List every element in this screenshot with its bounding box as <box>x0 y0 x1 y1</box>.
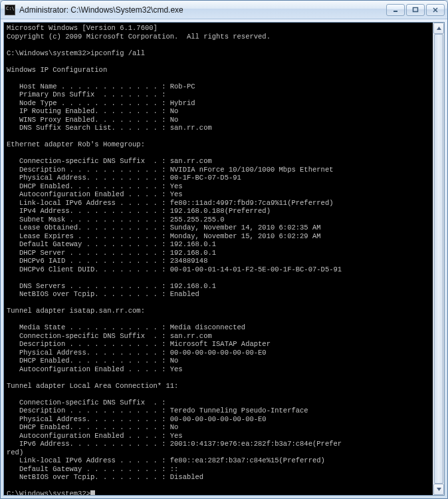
line: Subnet Mask . . . . . . . . . . . : 255.… <box>7 216 225 224</box>
line: NetBIOS over Tcpip. . . . . . . . : Enab… <box>7 290 199 298</box>
svg-rect-1 <box>413 7 418 11</box>
line: DNS Suffix Search List. . . . . . : san.… <box>7 124 212 132</box>
line: DNS Servers . . . . . . . . . . . : 192.… <box>7 282 216 290</box>
chevron-down-icon <box>437 488 441 491</box>
line: red) <box>7 448 23 456</box>
vertical-scrollbar[interactable] <box>433 23 444 495</box>
maximize-button[interactable] <box>406 4 425 16</box>
line: Copyright (c) 2009 Microsoft Corporation… <box>7 33 271 41</box>
line: Autoconfiguration Enabled . . . . : Yes <box>7 365 183 373</box>
scrollbar-track[interactable] <box>433 34 444 484</box>
console-area: Microsoft Windows [Version 6.1.7600] Cop… <box>3 22 445 496</box>
line: Autoconfiguration Enabled . . . . : Yes <box>7 190 183 198</box>
close-button[interactable] <box>426 4 445 16</box>
svg-marker-5 <box>437 488 441 491</box>
line: Node Type . . . . . . . . . . . . : Hybr… <box>7 99 195 107</box>
line: Description . . . . . . . . . . . : Tere… <box>7 407 308 415</box>
close-icon <box>432 7 439 13</box>
chevron-up-icon <box>437 27 441 30</box>
line: DHCP Enabled. . . . . . . . . . . : Yes <box>7 182 183 190</box>
line: WINS Proxy Enabled. . . . . . . . : No <box>7 116 178 124</box>
minimize-button[interactable] <box>386 4 405 16</box>
line: Physical Address. . . . . . . . . : 00-1… <box>7 174 241 182</box>
line: IPv4 Address. . . . . . . . . . . : 192.… <box>7 207 271 215</box>
line: DHCP Enabled. . . . . . . . . . . : No <box>7 357 178 365</box>
line: DHCP Enabled. . . . . . . . . . . : No <box>7 423 178 431</box>
cursor <box>90 490 95 495</box>
scrollbar-thumb[interactable] <box>434 34 443 484</box>
line: DHCP Server . . . . . . . . . . . : 192.… <box>7 249 216 257</box>
line: Default Gateway . . . . . . . . . : :: <box>7 465 178 473</box>
line: Connection-specific DNS Suffix . : san.r… <box>7 157 212 165</box>
prompt-line: C:\Windows\system32> <box>7 490 90 495</box>
window-controls <box>386 4 445 16</box>
line: Host Name . . . . . . . . . . . . : Rob-… <box>7 83 195 90</box>
line: Description . . . . . . . . . . . : NVID… <box>7 166 333 174</box>
line: Physical Address. . . . . . . . . : 00-0… <box>7 415 267 423</box>
line: Link-local IPv6 Address . . . . . : fe80… <box>7 456 325 464</box>
line: Media State . . . . . . . . . . . : Medi… <box>7 323 245 331</box>
minimize-icon <box>392 7 399 13</box>
line: DHCPv6 Client DUID. . . . . . . . : 00-0… <box>7 265 342 273</box>
maximize-icon <box>412 7 419 13</box>
line: Connection-specific DNS Suffix . : san.r… <box>7 332 212 340</box>
section-header: Ethernet adapter Rob's Homegroup: <box>7 140 145 148</box>
line: Primary Dns Suffix . . . . . . . : <box>7 90 166 98</box>
section-header: Windows IP Configuration <box>7 66 107 74</box>
scroll-up-button[interactable] <box>433 23 444 34</box>
window-title: Administrator: C:\Windows\System32\cmd.e… <box>19 5 386 15</box>
line: Description . . . . . . . . . . . : Micr… <box>7 340 271 348</box>
section-header: Tunnel adapter Local Area Connection* 11… <box>7 382 178 390</box>
line: IPv6 Address. . . . . . . . . . . : 2001… <box>7 440 342 448</box>
line: Autoconfiguration Enabled . . . . : Yes <box>7 432 183 440</box>
line: Lease Expires . . . . . . . . . . : Mond… <box>7 232 321 240</box>
cmd-window: Administrator: C:\Windows\System32\cmd.e… <box>0 0 448 499</box>
line: IP Routing Enabled. . . . . . . . : No <box>7 107 178 115</box>
titlebar[interactable]: Administrator: C:\Windows\System32\cmd.e… <box>1 1 447 19</box>
section-header: Tunnel adapter isatap.san.rr.com: <box>7 307 145 315</box>
line: Connection-specific DNS Suffix . : <box>7 399 166 407</box>
line: Physical Address. . . . . . . . . : 00-0… <box>7 349 267 357</box>
cmd-icon <box>5 5 15 15</box>
line: Link-local IPv6 Address . . . . . : fe80… <box>7 199 333 207</box>
line: NetBIOS over Tcpip. . . . . . . . : Disa… <box>7 473 203 481</box>
svg-marker-4 <box>437 27 441 30</box>
line: Microsoft Windows [Version 6.1.7600] <box>7 24 158 32</box>
console-output[interactable]: Microsoft Windows [Version 6.1.7600] Cop… <box>4 23 433 495</box>
line: Default Gateway . . . . . . . . . : 192.… <box>7 240 216 248</box>
scroll-down-button[interactable] <box>433 484 444 495</box>
line: DHCPv6 IAID . . . . . . . . . . . : 2348… <box>7 257 207 265</box>
line: Lease Obtained. . . . . . . . . . : Sund… <box>7 224 321 232</box>
prompt-line: C:\Windows\system32>ipconfig /all <box>7 49 145 57</box>
